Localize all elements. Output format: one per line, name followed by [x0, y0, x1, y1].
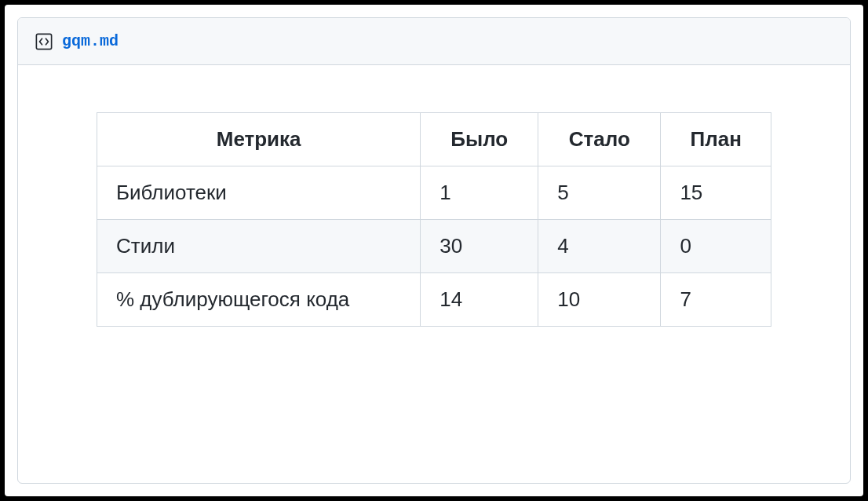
col-metric: Метрика — [97, 113, 421, 166]
cell-metric: Стили — [97, 220, 421, 273]
cell-now: 4 — [538, 220, 661, 273]
code-square-icon — [35, 33, 53, 50]
col-was: Было — [421, 113, 538, 166]
cell-metric: % дублирующегося кода — [97, 273, 421, 327]
metrics-table: Метрика Было Стало План Библиотеки 1 5 1… — [97, 112, 771, 327]
table-row: Стили 30 4 0 — [97, 220, 771, 273]
cell-now: 10 — [538, 273, 661, 327]
table-row: % дублирующегося кода 14 10 7 — [97, 273, 771, 327]
cell-plan: 0 — [661, 220, 771, 273]
filename-link[interactable]: gqm.md — [62, 32, 119, 50]
svg-rect-0 — [36, 34, 51, 49]
cell-metric: Библиотеки — [97, 166, 421, 220]
cell-was: 14 — [421, 273, 538, 327]
cell-was: 30 — [421, 220, 538, 273]
table-row: Библиотеки 1 5 15 — [97, 166, 771, 220]
file-header: gqm.md — [18, 18, 850, 65]
col-now: Стало — [538, 113, 661, 166]
cell-plan: 7 — [661, 273, 771, 327]
document-frame: gqm.md Метрика Было Стало План Библиотек… — [5, 5, 863, 496]
file-panel: gqm.md Метрика Было Стало План Библиотек… — [17, 17, 851, 484]
table-header-row: Метрика Было Стало План — [97, 113, 771, 166]
col-plan: План — [661, 113, 771, 166]
cell-plan: 15 — [661, 166, 771, 220]
file-body: Метрика Было Стало План Библиотеки 1 5 1… — [18, 65, 850, 483]
cell-now: 5 — [538, 166, 661, 220]
cell-was: 1 — [421, 166, 538, 220]
